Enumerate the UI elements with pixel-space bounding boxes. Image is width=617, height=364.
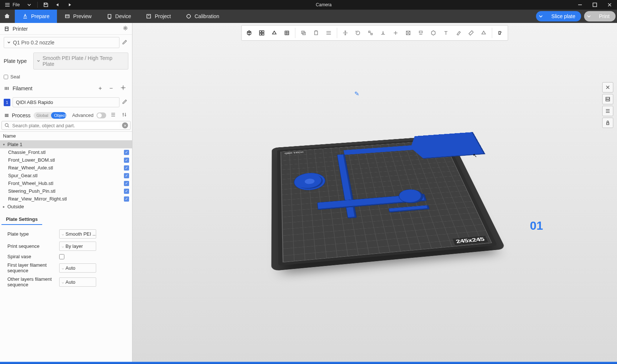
tab-project[interactable]: Project (138, 10, 178, 23)
layers-icon (326, 30, 332, 36)
file-menu[interactable]: File (1, 0, 23, 9)
tool-mesh[interactable] (402, 27, 414, 39)
tree-item[interactable]: Steering_Push_Pin.stl✓ (0, 187, 132, 195)
tool-move[interactable] (340, 27, 351, 39)
scale-icon (368, 30, 374, 36)
seal-label: Seal (10, 74, 20, 80)
plate-type-select[interactable]: Smooth PEI Plate / High Temp Plate (33, 53, 128, 70)
tree-outside-row[interactable]: ▸ Outside (0, 203, 132, 210)
tab-prepare[interactable]: Prepare (15, 10, 57, 23)
tool-arrange[interactable] (269, 27, 280, 39)
process-list-icon[interactable] (109, 112, 117, 119)
search-input[interactable] (12, 123, 120, 128)
filament-select[interactable]: QIDI ABS Rapido (13, 97, 119, 107)
file-dropdown[interactable] (24, 0, 34, 10)
view-list[interactable] (602, 106, 613, 116)
ps-plate-type-select[interactable]: ⌵Smooth PEI ... (59, 229, 96, 239)
ps-other-layers-select[interactable]: ⌵Auto (59, 277, 96, 287)
item-visible-checkbox[interactable]: ✓ (124, 158, 129, 163)
item-visible-checkbox[interactable]: ✓ (124, 181, 129, 186)
tree-item[interactable]: Chassie_Front.stl✓ (0, 148, 132, 156)
tool-variable[interactable] (495, 27, 506, 39)
home-tab[interactable] (0, 10, 15, 23)
tree-item[interactable]: Spur_Gear.stl✓ (0, 172, 132, 179)
view-settings[interactable] (602, 94, 613, 104)
item-visible-checkbox[interactable]: ✓ (124, 196, 129, 202)
plate-edit-icon[interactable]: ✎ (354, 90, 359, 97)
print-button[interactable]: Print (593, 11, 616, 21)
flatten-icon (380, 30, 386, 36)
redo-button[interactable] (64, 0, 75, 10)
tab-calibration[interactable]: Calibration (178, 10, 227, 23)
tool-flatten[interactable] (377, 27, 389, 39)
tool-add-plate[interactable] (256, 27, 268, 39)
item-visible-checkbox[interactable]: ✓ (124, 165, 129, 171)
process-section-header: Process Global Objects Advanced (0, 109, 132, 121)
item-visible-checkbox[interactable]: ✓ (124, 150, 129, 155)
tool-text[interactable] (440, 27, 452, 39)
tab-label: Preview (73, 13, 92, 19)
ps-first-layer-select[interactable]: ⌵Auto (59, 263, 96, 273)
printer-edit-button[interactable] (122, 39, 128, 46)
tool-add-cube[interactable] (243, 27, 255, 39)
tool-layers[interactable] (323, 27, 335, 39)
ps-spiral-checkbox[interactable] (59, 254, 64, 259)
tool-paste[interactable] (310, 27, 322, 39)
list-icon (605, 108, 611, 114)
tree-item[interactable]: Front_Wheel_Hub.stl✓ (0, 179, 132, 187)
chevron-down-icon (538, 13, 544, 19)
tool-measure[interactable] (465, 27, 477, 39)
tool-orient[interactable] (281, 27, 293, 39)
tool-assembly[interactable] (478, 27, 490, 39)
maximize-button[interactable] (587, 0, 602, 10)
close-icon (607, 2, 613, 8)
compare-icon (121, 112, 127, 118)
build-plate[interactable]: QIDI TECH 245x245 (277, 138, 497, 266)
close-button[interactable] (602, 0, 617, 10)
device-icon (107, 13, 112, 19)
slice-dropdown[interactable] (536, 11, 546, 21)
pill-global[interactable]: Global (34, 112, 51, 119)
tool-copy[interactable] (298, 27, 310, 39)
tool-cut[interactable] (390, 27, 402, 39)
tool-paint[interactable] (453, 27, 465, 39)
tree-item[interactable]: Front_Lower_BOM.stl✓ (0, 156, 132, 164)
ps-print-seq-select[interactable]: ⌵By layer (59, 242, 96, 251)
save-button[interactable] (41, 0, 51, 10)
filament-settings-button[interactable] (118, 84, 128, 93)
tree-item[interactable]: Rear_Wheel_Axle.stl✓ (0, 164, 132, 172)
tool-support[interactable] (415, 27, 427, 39)
filament-edit-button[interactable] (122, 99, 128, 106)
print-dropdown[interactable] (584, 11, 594, 21)
tab-preview[interactable]: Preview (57, 10, 99, 23)
slice-plate-button[interactable]: Slice plate (546, 11, 581, 21)
ps-plate-type-value: Smooth PEI ... (65, 231, 96, 237)
edit-icon (122, 99, 128, 105)
tool-scale[interactable] (365, 27, 377, 39)
seal-checkbox[interactable] (4, 75, 8, 79)
view-lock[interactable] (602, 118, 613, 128)
viewport-3d[interactable]: ✎ QIDI TECH 245x245 01 ↖ (132, 23, 617, 362)
tool-seam[interactable] (428, 27, 439, 39)
undo-button[interactable] (53, 0, 63, 10)
tree-plate-row[interactable]: ▾ Plate 1 (0, 141, 132, 148)
tool-rotate[interactable] (352, 27, 364, 39)
tree-item[interactable]: Rear_View_Mirror_Right.stl✓ (0, 195, 132, 203)
advanced-toggle[interactable] (97, 112, 106, 118)
minimize-button[interactable] (573, 0, 587, 10)
item-visible-checkbox[interactable]: ✓ (124, 189, 129, 194)
pill-objects[interactable]: Objects (51, 112, 66, 119)
item-visible-checkbox[interactable]: ✓ (124, 173, 129, 178)
process-compare-icon[interactable] (120, 112, 128, 119)
chevron-right-icon: ▸ (3, 205, 7, 209)
tab-device[interactable]: Device (99, 10, 139, 23)
view-close[interactable] (602, 82, 613, 92)
filament-add-button[interactable]: + (96, 84, 104, 92)
gear-icon (120, 85, 126, 91)
copy-icon (301, 30, 307, 36)
printer-select[interactable]: Q1 Pro 0.2 nozzle (4, 37, 119, 48)
printer-settings-button[interactable] (122, 25, 128, 32)
filament-swatch[interactable]: 1 (4, 99, 10, 106)
search-clear-button[interactable]: ✕ (122, 122, 128, 128)
filament-remove-button[interactable]: − (107, 84, 115, 92)
